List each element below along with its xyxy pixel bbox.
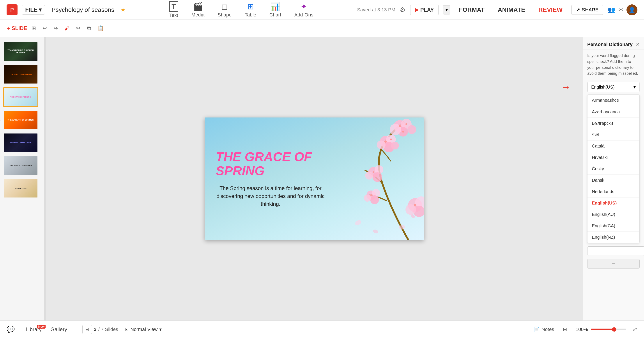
view-mode-icon: ⊡: [125, 326, 128, 332]
slide-button[interactable]: + SLIDE: [6, 25, 27, 32]
word-input[interactable]: [587, 246, 644, 256]
addons-label: Add-Ons: [294, 12, 314, 18]
gallery-tab[interactable]: Gallery: [46, 325, 72, 334]
zoom-slider-track[interactable]: [591, 328, 626, 330]
slide-thumb-6[interactable]: 6 THE WINDS OF WINTER: [3, 156, 41, 175]
redo-button[interactable]: ↪: [51, 24, 60, 33]
save-status: Saved at 3:13 PM: [357, 7, 396, 13]
zoom-slider-thumb[interactable]: [612, 327, 616, 332]
toolbar-table[interactable]: ⊞ Table: [245, 2, 256, 18]
settings-button[interactable]: ⚙: [400, 6, 406, 14]
slide-thumb-3[interactable]: 3 THE GRACE OF SPRING: [3, 87, 41, 107]
main-content: 1 TRANSITIONING THROUGH SEASONS 2 THE RU…: [0, 37, 644, 320]
undo-button[interactable]: ↩: [40, 24, 49, 33]
table-icon: ⊞: [247, 2, 254, 11]
slide-title-6: THE WINDS OF WINTER: [9, 164, 32, 167]
slide-num-2: 2: [0, 72, 0, 77]
close-panel-button[interactable]: ✕: [636, 42, 640, 47]
people-icon[interactable]: 👥: [608, 6, 615, 13]
review-tab[interactable]: REVIEW: [534, 4, 567, 16]
new-badge: New: [37, 325, 46, 328]
format-tab[interactable]: FORMAT: [454, 4, 489, 16]
toolbar-right: Saved at 3:13 PM ⚙ ▶ PLAY ▾ FORMAT ANIMA…: [357, 4, 638, 16]
table-label: Table: [245, 12, 256, 18]
slide-bg-6: THE WINDS OF WINTER: [4, 156, 38, 175]
slide-panel: 1 TRANSITIONING THROUGH SEASONS 2 THE RU…: [0, 37, 44, 320]
grid-layout-button[interactable]: ⊞: [561, 325, 569, 333]
language-dropdown[interactable]: English(US) ▾: [587, 82, 640, 92]
slide-preview-2: THE RUST OF AUTUMN: [3, 65, 38, 84]
notification-area: 👥 ✉ 👤: [608, 5, 638, 15]
lang-item-croatian[interactable]: Hrvatski: [588, 152, 640, 163]
toolbar-media[interactable]: 🎬 Media: [192, 2, 204, 18]
resize-handle[interactable]: [44, 37, 46, 320]
remove-word-button[interactable]: −: [587, 259, 640, 268]
toolbar-text[interactable]: T Text: [169, 1, 178, 18]
play-dropdown-button[interactable]: ▾: [443, 5, 450, 15]
right-panel: Personal Dictionary ✕ Is your word flagg…: [583, 37, 644, 320]
lang-item-english-ca[interactable]: English(CA): [588, 220, 640, 232]
slide-bg-4: THE WARMTH OF SUMMER: [4, 111, 38, 129]
lang-item-armenian[interactable]: Armāneashce: [588, 95, 640, 106]
paintbrush-button[interactable]: 🖌: [62, 24, 72, 33]
personal-dict-header: Personal Dictionary ✕: [583, 37, 644, 50]
share-button[interactable]: ↗ SHARE: [571, 5, 603, 15]
lang-item-bengali[interactable]: বাংলা: [588, 129, 640, 141]
slide-title-1: TRANSITIONING THROUGH SEASONS: [6, 49, 36, 54]
lang-item-english-us[interactable]: English(US): [588, 197, 640, 209]
file-button[interactable]: FILE ▾: [22, 5, 45, 15]
grid-view-button[interactable]: ⊞: [29, 24, 38, 33]
lang-item-catalan[interactable]: Català: [588, 141, 640, 152]
lang-item-english-au[interactable]: English(AU): [588, 209, 640, 220]
library-tab[interactable]: Library New: [21, 325, 46, 334]
top-bar: P FILE ▾ Psychology of seasons ★ T Text …: [0, 0, 644, 20]
toolbar-shape[interactable]: ◻ Shape: [218, 2, 232, 18]
view-mode-label: Normal View: [130, 326, 158, 332]
text-label: Text: [169, 13, 178, 18]
paste-button[interactable]: 📋: [95, 24, 106, 33]
play-button[interactable]: ▶ PLAY: [410, 5, 439, 15]
lang-item-czech[interactable]: Česky: [588, 163, 640, 175]
share-icon: ↗: [576, 7, 580, 13]
addons-icon: ✦: [300, 2, 307, 11]
chart-icon: 📊: [270, 2, 280, 11]
animate-tab[interactable]: ANIMATE: [493, 4, 530, 16]
thumbnail-view-button[interactable]: ⊟: [82, 325, 92, 334]
slide-num-1: 1: [0, 49, 0, 54]
text-icon: T: [169, 1, 178, 12]
lang-item-bulgarian[interactable]: Български: [588, 118, 640, 129]
scissors-button[interactable]: ✂: [74, 24, 83, 33]
zoom-slider-fill: [591, 328, 613, 330]
view-mode-button[interactable]: ⊡ Normal View ▾: [125, 326, 162, 332]
copy-button[interactable]: ⧉: [85, 24, 93, 33]
slide-num-4: 4: [0, 118, 0, 122]
lang-item-azerbaijani[interactable]: Azərbaycanca: [588, 106, 640, 118]
toolbar-addons[interactable]: ✦ Add-Ons: [294, 2, 314, 18]
project-name: Psychology of seasons: [52, 6, 114, 13]
slide-title-2: THE RUST OF AUTUMN: [10, 73, 32, 76]
slide-thumb-7[interactable]: 7 THANK YOU: [3, 178, 41, 198]
add-word-area: +: [583, 243, 644, 259]
mail-icon[interactable]: ✉: [618, 6, 624, 13]
chart-label: Chart: [270, 12, 281, 18]
toolbar-chart[interactable]: 📊 Chart: [270, 2, 281, 18]
fullscreen-button[interactable]: ⤢: [632, 326, 638, 333]
media-icon: 🎬: [193, 2, 203, 11]
slide-thumb-1[interactable]: 1 TRANSITIONING THROUGH SEASONS: [3, 42, 41, 61]
media-label: Media: [192, 12, 204, 18]
app-logo: P: [6, 5, 18, 15]
lang-item-english-nz[interactable]: English(NZ): [588, 232, 640, 243]
slide-thumb-4[interactable]: 4 THE WARMTH OF SUMMER: [3, 110, 41, 130]
lang-item-danish[interactable]: Dansk: [588, 175, 640, 186]
zoom-control: 100%: [576, 326, 626, 332]
slide-canvas[interactable]: THE GRACE OF SPRING The Spring season is…: [205, 118, 424, 240]
slide-thumb-2[interactable]: 2 THE RUST OF AUTUMN: [3, 65, 41, 84]
shape-label: Shape: [218, 12, 232, 18]
slide-thumb-5[interactable]: 5 THE RHYTHM OF RAIN: [3, 133, 41, 153]
notes-button[interactable]: 📄 Notes: [534, 326, 554, 332]
slide-indicator-area: ⊟ 3 / 7 Slides: [82, 325, 118, 334]
notes-label: Notes: [542, 326, 554, 332]
lang-item-dutch[interactable]: Nederlands: [588, 186, 640, 197]
avatar[interactable]: 👤: [626, 5, 638, 15]
chat-button[interactable]: 💬: [6, 325, 15, 333]
